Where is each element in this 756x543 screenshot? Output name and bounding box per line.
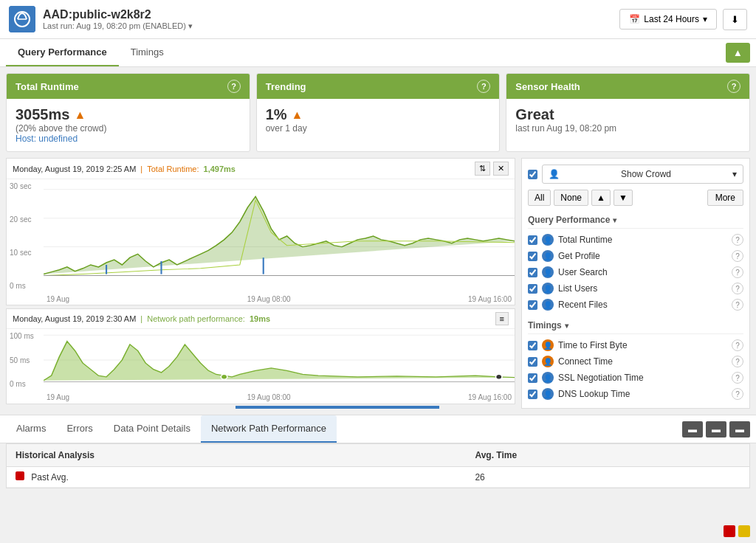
header-info: AAD:public-w2k8r2 Last run: Aug 19, 08:2… — [43, 8, 193, 31]
sort-desc-button[interactable]: ▼ — [614, 190, 633, 206]
bottom-tabs-row: Alarms Errors Data Point Details Network… — [0, 415, 756, 443]
charts-panel: Monday, August 19, 2019 2:25 AM | Total … — [6, 158, 515, 409]
more-button[interactable]: More — [707, 190, 743, 206]
trending-card: Trending ? 1% ▲ over 1 day — [256, 73, 501, 152]
section-collapse-icon[interactable]: ▾ — [613, 216, 616, 224]
tab-network-path-performance[interactable]: Network Path Performance — [201, 415, 337, 443]
collapse-button[interactable]: ▲ — [726, 43, 750, 63]
chevron-down-icon: ▾ — [703, 14, 707, 24]
row-color-dot — [16, 471, 24, 480]
dropdown-arrow-icon[interactable]: ▾ — [188, 21, 193, 30]
help-icon[interactable]: ? — [477, 80, 490, 93]
chart2-container: Monday, August 19, 2019 2:30 AM | Networ… — [6, 308, 515, 404]
help-icon[interactable]: ? — [732, 339, 743, 351]
metric-user-search: 👤 User Search ? — [528, 264, 743, 280]
chart2-menu-button[interactable]: ≡ — [495, 312, 509, 325]
query-perf-metrics: 👤 Total Runtime ? 👤 Get Profile ? 👤 User… — [528, 232, 743, 313]
chart2-header: Monday, August 19, 2019 2:30 AM | Networ… — [7, 309, 515, 329]
sort-asc-button[interactable]: ▲ — [591, 190, 611, 206]
total-runtime-body: 3055ms ▲ (20% above the crowd) Host: und… — [7, 99, 250, 151]
tab-data-point-details[interactable]: Data Point Details — [103, 415, 201, 443]
timings-section-header: Timings ▾ — [528, 317, 743, 334]
col-avg-time: Avg. Time — [466, 444, 749, 467]
metric-checkbox[interactable] — [528, 373, 537, 383]
tab-query-performance[interactable]: Query Performance — [6, 39, 119, 66]
app-title: AAD:public-w2k8r2 — [43, 8, 193, 21]
metric-checkbox[interactable] — [528, 341, 537, 350]
metric-checkbox[interactable] — [528, 252, 537, 261]
trending-body: 1% ▲ over 1 day — [257, 99, 500, 141]
chart-close-button[interactable]: ✕ — [493, 162, 509, 176]
help-icon[interactable]: ? — [732, 356, 743, 367]
main-content: Monday, August 19, 2019 2:25 AM | Total … — [0, 158, 756, 415]
tab-errors[interactable]: Errors — [56, 415, 103, 443]
metric-checkbox[interactable] — [528, 357, 537, 367]
trending-header: Trending ? — [257, 74, 500, 99]
svg-point-11 — [221, 374, 227, 379]
help-icon[interactable]: ? — [727, 80, 740, 93]
metric-total-runtime: 👤 Total Runtime ? — [528, 232, 743, 248]
sensor-health-body: Great last run Aug 19, 08:20 pm — [506, 99, 749, 141]
view-split-right-button[interactable]: ▬ — [706, 421, 726, 437]
metric-checkbox[interactable] — [528, 300, 537, 310]
filter-btn-row: All None ▲ ▼ More — [528, 190, 743, 206]
user-icon: 👤 — [542, 372, 554, 384]
metric-checkbox[interactable] — [528, 235, 537, 245]
app-icon — [9, 6, 35, 32]
view-split-left-button[interactable]: ▬ — [682, 421, 703, 437]
metric-connect-time: 👤 Connect Time ? — [528, 353, 743, 370]
bottom-table: Historical Analysis Avg. Time Past Avg. … — [6, 443, 750, 488]
time-range-button[interactable]: 📅 Last 24 Hours ▾ — [619, 9, 717, 30]
help-icon[interactable]: ? — [732, 283, 743, 294]
bottom-tabs: Alarms Errors Data Point Details Network… — [6, 415, 337, 443]
view-icons: ▬ ▬ ▬ — [682, 421, 750, 437]
help-icon[interactable]: ? — [732, 388, 743, 400]
metric-list-users: 👤 List Users ? — [528, 280, 743, 297]
timings-metrics: 👤 Time to First Byte ? 👤 Connect Time ? … — [528, 337, 743, 402]
user-icon: 👤 — [542, 234, 554, 246]
help-icon[interactable]: ? — [732, 266, 743, 278]
download-button[interactable]: ⬇ — [723, 9, 747, 30]
user-icon: 👤 — [542, 339, 554, 351]
tab-alarms[interactable]: Alarms — [6, 415, 56, 443]
help-icon[interactable]: ? — [732, 234, 743, 246]
right-panel: 👤 Show Crowd ▾ All None ▲ ▼ More Query P… — [521, 158, 750, 409]
none-button[interactable]: None — [554, 190, 588, 206]
user-icon: 👤 — [542, 356, 554, 367]
header-left: AAD:public-w2k8r2 Last run: Aug 19, 08:2… — [9, 6, 193, 32]
metric-checkbox[interactable] — [528, 268, 537, 277]
view-full-button[interactable]: ▬ — [729, 421, 750, 437]
all-button[interactable]: All — [528, 190, 551, 206]
help-icon[interactable]: ? — [732, 372, 743, 384]
user-icon: 👤 — [542, 283, 554, 294]
metric-dns-lookup-time: 👤 DNS Lookup Time ? — [528, 386, 743, 402]
show-crowd-dropdown[interactable]: 👤 Show Crowd ▾ — [542, 165, 743, 184]
chart1-area: 30 sec 20 sec 10 sec 0 ms — [7, 179, 515, 305]
sensor-health-card: Sensor Health ? Great last run Aug 19, 0… — [506, 73, 750, 152]
tab-timings[interactable]: Timings — [119, 39, 176, 66]
metric-checkbox[interactable] — [528, 390, 537, 399]
chart1-x-labels: 19 Aug 19 Aug 08:00 19 Aug 16:00 — [44, 295, 515, 303]
app-header: AAD:public-w2k8r2 Last run: Aug 19, 08:2… — [0, 0, 756, 39]
help-icon[interactable]: ? — [227, 80, 241, 93]
chart2-area: 100 ms 50 ms 0 ms — [7, 329, 515, 403]
calendar-icon: 📅 — [629, 14, 640, 24]
chart2-svg-area — [44, 332, 515, 388]
help-icon[interactable]: ? — [732, 299, 743, 311]
help-icon[interactable]: ? — [732, 250, 743, 262]
user-icon: 👤 — [542, 388, 554, 400]
show-crowd-row: 👤 Show Crowd ▾ — [528, 165, 743, 184]
metric-checkbox[interactable] — [528, 284, 537, 294]
svg-point-12 — [495, 374, 502, 379]
download-icon: ⬇ — [731, 14, 739, 25]
chart-sort-button[interactable]: ⇅ — [475, 162, 490, 176]
main-tabs-row: Query Performance Timings ▲ — [0, 39, 756, 67]
total-runtime-card: Total Runtime ? 3055ms ▲ (20% above the … — [6, 73, 250, 152]
chart2-svg — [44, 332, 515, 388]
section-collapse-icon[interactable]: ▾ — [565, 322, 568, 330]
show-crowd-checkbox[interactable] — [528, 170, 537, 179]
header-right: 📅 Last 24 Hours ▾ ⬇ — [619, 9, 747, 30]
app-subtitle: Last run: Aug 19, 08:20 pm (ENABLED) ▾ — [43, 21, 193, 31]
trend-up-icon: ▲ — [74, 108, 86, 122]
metric-get-profile: 👤 Get Profile ? — [528, 248, 743, 264]
